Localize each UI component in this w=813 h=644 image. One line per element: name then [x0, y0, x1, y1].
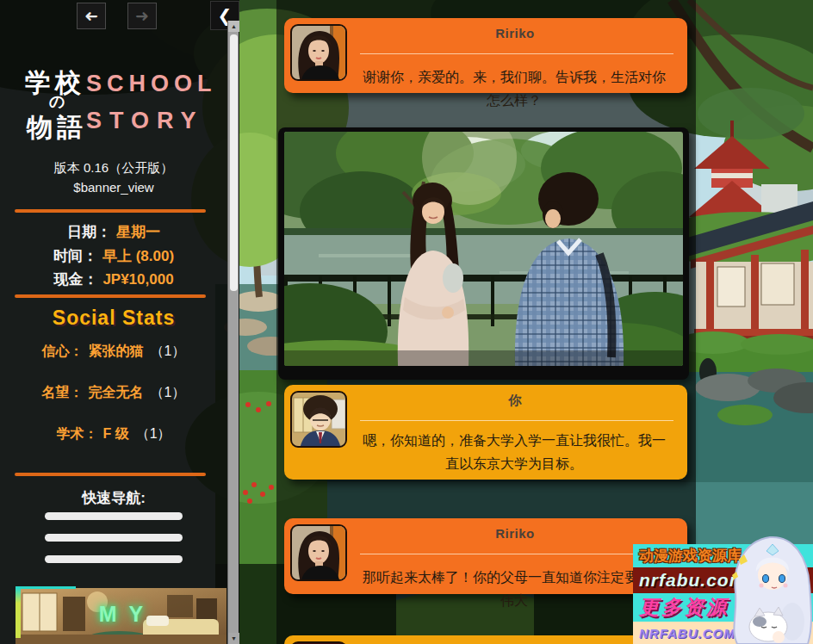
quick-nav-button-2[interactable]: [45, 534, 183, 542]
cash-label: 现金：: [53, 271, 97, 288]
forward-arrow-icon: ➜: [135, 6, 149, 26]
logo-jp-particle: の: [49, 91, 65, 112]
time-row: 时间：早上 (8.00): [0, 246, 227, 266]
stat-value: 紧张的猫: [89, 344, 144, 358]
cash-value: JP¥10,000: [102, 271, 173, 288]
date-row: 日期：星期一: [0, 222, 227, 242]
sidebar: 学校 の 物語 SCHOOL STORY 版本 0.16（公开版） $banne…: [0, 0, 239, 644]
stat-level: （1）: [151, 385, 186, 399]
date-value: 星期一: [116, 224, 160, 240]
banner-variable-label: $banner_view: [0, 180, 227, 195]
forward-button[interactable]: ➜: [127, 3, 157, 29]
social-stats-title: Social Stats: [0, 307, 227, 330]
sidebar-scrollbar[interactable]: ▲ ▼: [227, 21, 239, 644]
stat-confidence: 信心：紧张的猫（1）: [0, 343, 227, 361]
quick-nav-button-3[interactable]: [45, 555, 183, 563]
site-watermark: 动漫游戏资源库 nrfabu.com 更多资源 NRFABU.COM: [633, 544, 813, 644]
scrollbar-thumb[interactable]: [230, 34, 238, 291]
ad-banner[interactable]: MY: [16, 588, 227, 644]
chat-message-partial[interactable]: [284, 635, 687, 644]
divider: [15, 294, 206, 298]
avatar-ririko: [290, 524, 347, 581]
back-button[interactable]: ➜: [77, 3, 106, 29]
quick-nav-title: 快速导航:: [0, 488, 227, 508]
speaker-name: Ririko: [357, 26, 673, 40]
stat-level: （1）: [151, 344, 186, 358]
scrollbar-up-button[interactable]: ▲: [228, 21, 239, 32]
time-value: 早上 (8.00): [102, 248, 174, 264]
speaker-name: 你: [357, 393, 673, 409]
message-divider: [360, 420, 673, 421]
stat-value: F 级: [102, 426, 128, 441]
date-label: 日期：: [67, 224, 111, 240]
chat-message-ririko-2[interactable]: Ririko 那听起来太棒了！你的父母一直知道你注定要成就伟大: [284, 518, 687, 594]
stat-label: 学术：: [56, 426, 97, 441]
message-text: 嗯，你知道的，准备大学入学一直让我很忙。我一直以东京大学为目标。: [357, 429, 672, 475]
logo-jp-story: 物語: [27, 110, 87, 146]
ad-corner-decoration: [16, 586, 76, 589]
divider: [15, 473, 206, 476]
cash-row: 现金：JP¥10,000: [0, 269, 227, 289]
divider: [15, 209, 206, 213]
chat-message-player[interactable]: 你 嗯，你知道的，准备大学入学一直让我很忙。我一直以东京大学为目标。: [284, 385, 687, 480]
speaker-name: Ririko: [357, 526, 673, 541]
watermark-mascot-girl: [725, 534, 813, 644]
ad-banner-text: MY: [16, 602, 227, 627]
message-text: 谢谢你，亲爱的。来，我们聊。告诉我，生活对你怎么样？: [357, 65, 672, 112]
stat-label: 信心：: [42, 344, 84, 358]
message-divider: [360, 53, 673, 54]
avatar-player: [290, 391, 347, 448]
stat-value: 完全无名: [89, 385, 144, 399]
stat-fame: 名望：完全无名（1）: [0, 384, 227, 402]
logo-en-school: SCHOOL: [86, 71, 217, 97]
scene-photo-image: [284, 132, 683, 366]
stat-label: 名望：: [42, 385, 84, 399]
version-label: 版本 0.16（公开版）: [0, 160, 227, 176]
time-label: 时间：: [53, 248, 97, 264]
chat-message-ririko-1[interactable]: Ririko 谢谢你，亲爱的。来，我们聊。告诉我，生活对你怎么样？: [284, 18, 687, 93]
logo-en-story: STORY: [86, 108, 204, 134]
scrollbar-down-button[interactable]: ▼: [228, 633, 239, 644]
quick-nav-button-1[interactable]: [45, 512, 183, 520]
stat-level: （1）: [136, 426, 171, 441]
stat-academics: 学术：F 级（1）: [0, 425, 227, 443]
message-text: 那听起来太棒了！你的父母一直知道你注定要成就伟大: [357, 566, 672, 612]
scene-photo[interactable]: [278, 127, 689, 380]
message-divider: [360, 554, 673, 554]
back-arrow-icon: ➜: [84, 6, 98, 26]
app-root: Ririko 谢谢你，亲爱的。来，我们聊。告诉我，生活对你怎么样？: [0, 0, 813, 644]
avatar-ririko: [290, 24, 347, 81]
